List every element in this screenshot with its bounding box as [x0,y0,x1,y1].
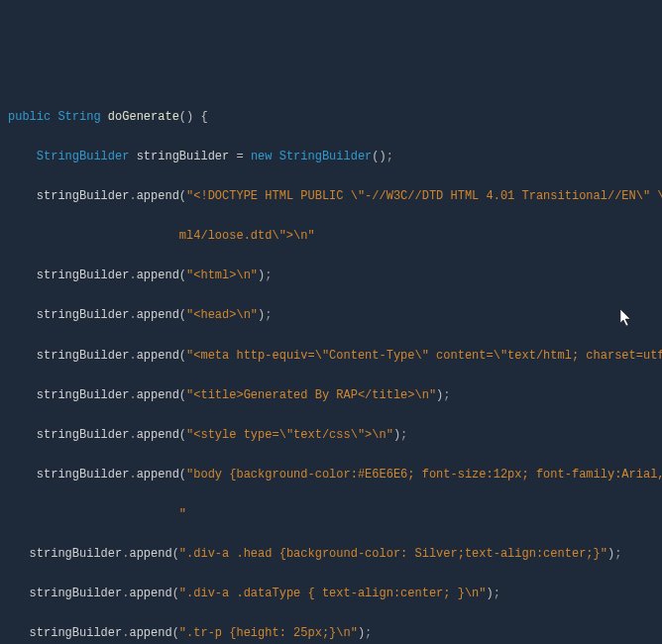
string-literal: "<!DOCTYPE HTML PUBLIC \"-//W3C//DTD HTM… [186,189,662,203]
code-line: stringBuilder.append("<!DOCTYPE HTML PUB… [8,186,654,206]
string-literal: ".div-a .head {background-color: Silver;… [179,547,607,561]
string-literal: "<title>Generated By RAP</title>\n" [186,388,436,402]
code-line: public String doGenerate() { [8,107,654,127]
code-line: stringBuilder.append("<html>\n"); [8,266,654,285]
string-literal: ".tr-p {height: 25px;}\n" [179,626,358,640]
code-editor[interactable]: public String doGenerate() { StringBuild… [8,87,654,644]
type-stringbuilder: StringBuilder [37,150,130,163]
code-line: stringBuilder.append(".tr-p {height: 25p… [8,623,654,643]
string-literal: ".div-a .dataType { text-align:center; }… [179,587,487,600]
string-literal: ml4/loose.dtd\">\n" [179,229,315,243]
string-literal: "<head>\n" [186,308,258,322]
keyword-new: new [251,150,273,163]
code-line: ml4/loose.dtd\">\n" [8,226,654,246]
code-line: stringBuilder.append("<style type=\"text… [8,425,654,445]
method-name: doGenerate [108,110,179,124]
type-string: String [57,110,100,124]
keyword-public: public [8,110,51,124]
code-line: " [8,504,654,524]
string-literal: "<meta http-equiv=\"Content-Type\" conte… [186,349,662,363]
string-literal: "body {background-color:#E6E6E6; font-si… [186,468,662,482]
code-line: stringBuilder.append("<head>\n"); [8,305,654,325]
code-line: stringBuilder.append(".div-a .dataType {… [8,584,654,603]
code-line: stringBuilder.append("body {background-c… [8,465,654,484]
code-line: stringBuilder.append("<title>Generated B… [8,385,654,405]
code-line: stringBuilder.append(".div-a .head {back… [8,544,654,564]
code-line: stringBuilder.append("<meta http-equiv=\… [8,346,654,366]
string-literal: "<style type=\"text/css\">\n" [186,428,393,442]
string-literal: "<html>\n" [186,268,258,282]
string-literal: " [179,507,186,521]
code-line: StringBuilder stringBuilder = new String… [8,147,654,166]
